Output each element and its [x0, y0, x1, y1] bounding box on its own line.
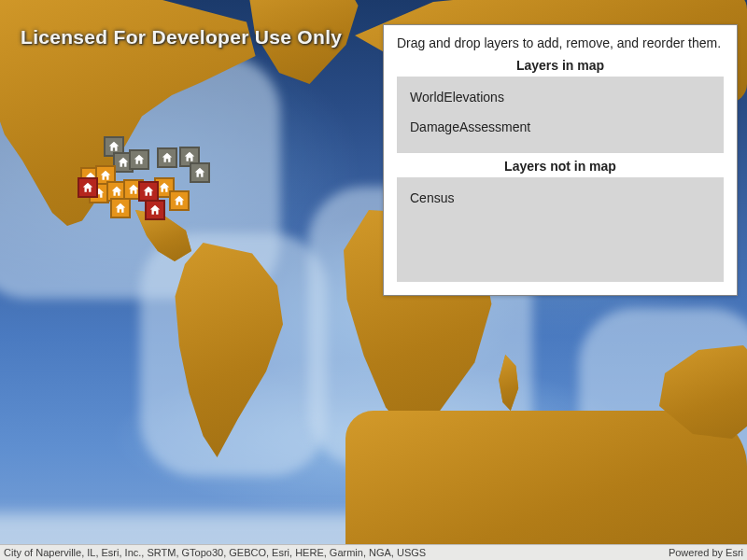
attribution-bar: City of Naperville, IL, Esri, Inc., SRTM… — [0, 544, 747, 560]
damage-marker-red[interactable] — [145, 200, 165, 220]
house-icon — [148, 203, 162, 217]
house-icon — [142, 185, 155, 198]
house-icon — [117, 156, 130, 169]
house-icon — [193, 166, 206, 179]
house-icon — [114, 202, 127, 215]
panel-instructions: Drag and drop layers to add, remove, and… — [397, 35, 724, 52]
attribution-sources: City of Naperville, IL, Esri, Inc., SRTM… — [4, 547, 426, 558]
house-icon — [133, 153, 146, 166]
layers-panel: Drag and drop layers to add, remove, and… — [383, 24, 738, 296]
damage-marker-red[interactable] — [78, 177, 98, 198]
house-icon — [161, 151, 174, 164]
house-icon — [183, 150, 196, 163]
house-icon — [173, 194, 186, 207]
house-icon — [99, 169, 112, 182]
map-viewport[interactable]: Licensed For Developer Use Only Drag and… — [0, 0, 747, 560]
layer-item[interactable]: Census — [397, 183, 724, 213]
layers-not-in-map-list[interactable]: Census — [397, 177, 724, 282]
house-icon — [81, 181, 94, 194]
layers-in-map-title: Layers in map — [397, 58, 724, 73]
damage-marker-gray[interactable] — [157, 147, 177, 168]
damage-marker-orange[interactable] — [110, 198, 131, 218]
damage-marker-gray[interactable] — [190, 162, 210, 183]
landmass-africa-lower — [345, 411, 747, 560]
damage-marker-gray[interactable] — [129, 149, 149, 170]
house-icon — [107, 140, 120, 153]
layers-in-map-list[interactable]: WorldElevationsDamageAssessment — [397, 77, 724, 153]
damage-marker-red[interactable] — [138, 181, 159, 202]
house-icon — [110, 185, 123, 198]
damage-marker-orange[interactable] — [169, 190, 190, 211]
layer-item[interactable]: DamageAssessment — [397, 112, 724, 142]
attribution-powered-by: Powered by Esri — [669, 547, 743, 558]
layers-not-in-map-title: Layers not in map — [397, 159, 724, 174]
layer-item[interactable]: WorldElevations — [397, 82, 724, 112]
